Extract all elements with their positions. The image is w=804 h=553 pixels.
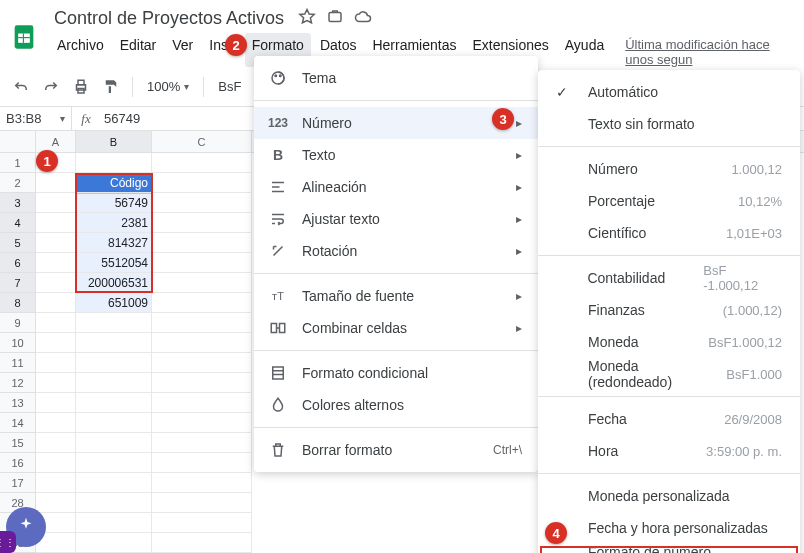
row-16[interactable]: 16 [0, 453, 36, 473]
col-B[interactable]: B [76, 131, 152, 152]
smi-plain[interactable]: Texto sin formato [538, 108, 800, 140]
svg-point-10 [275, 75, 277, 77]
row-9[interactable]: 9 [0, 313, 36, 333]
cell-B3[interactable]: 56749 [76, 193, 152, 213]
currency-button[interactable]: BsF [212, 79, 247, 94]
wrap-icon [268, 210, 288, 228]
smi-numero[interactable]: Número1.000,12 [538, 153, 800, 185]
menu-ayuda[interactable]: Ayuda [558, 33, 611, 67]
theme-icon [268, 69, 288, 87]
fontsize-icon: тT [268, 290, 288, 302]
doc-title[interactable]: Control de Proyectos Activos [50, 6, 288, 31]
mi-condicional[interactable]: Formato condicional [254, 357, 538, 389]
svg-rect-4 [329, 13, 341, 22]
zoom-select[interactable]: 100%▾ [141, 79, 195, 94]
row-15[interactable]: 15 [0, 433, 36, 453]
svg-rect-13 [280, 324, 285, 333]
row-3[interactable]: 3 [0, 193, 36, 213]
row-4[interactable]: 4 [0, 213, 36, 233]
cloud-icon[interactable] [354, 8, 372, 29]
cell-B4[interactable]: 2381 [76, 213, 152, 233]
row-14[interactable]: 14 [0, 413, 36, 433]
callout-1: 1 [36, 150, 58, 172]
mi-combinar[interactable]: Combinar celdas ▸ [254, 312, 538, 344]
row-12[interactable]: 12 [0, 373, 36, 393]
row-8[interactable]: 8 [0, 293, 36, 313]
mi-ajustar[interactable]: Ajustar texto ▸ [254, 203, 538, 235]
smi-hora[interactable]: Hora3:59:00 p. m. [538, 435, 800, 467]
move-icon[interactable] [326, 8, 344, 29]
smi-pct[interactable]: Porcentaje10,12% [538, 185, 800, 217]
smi-cont[interactable]: ContabilidadBsF -1.000,12 [538, 262, 800, 294]
mi-alineacion[interactable]: Alineación ▸ [254, 171, 538, 203]
menu-editar[interactable]: Editar [113, 33, 164, 67]
row-1[interactable]: 1 [0, 153, 36, 173]
corner-cell[interactable] [0, 131, 36, 152]
cell-B8[interactable]: 651009 [76, 293, 152, 313]
smi-monr[interactable]: Moneda (redondeado)BsF1.000 [538, 358, 800, 390]
paintformat-icon[interactable] [98, 74, 124, 100]
svg-rect-14 [273, 367, 284, 379]
row-5[interactable]: 5 [0, 233, 36, 253]
clear-icon [268, 441, 288, 459]
smi-fecha[interactable]: Fecha26/9/2008 [538, 403, 800, 435]
mi-fuente[interactable]: тT Tamaño de fuente ▸ [254, 280, 538, 312]
svg-rect-12 [271, 324, 276, 333]
smi-cnum[interactable]: Formato de número personalizado [538, 544, 800, 553]
smi-fin[interactable]: Finanzas(1.000,12) [538, 294, 800, 326]
menu-ver[interactable]: Ver [165, 33, 200, 67]
title-row: Control de Proyectos Activos [50, 6, 794, 31]
callout-4: 4 [545, 522, 567, 544]
numero-submenu: ✓ Automático Texto sin formato Número1.0… [538, 70, 800, 553]
cell-B5[interactable]: 814327 [76, 233, 152, 253]
smi-mon[interactable]: MonedaBsF1.000,12 [538, 326, 800, 358]
separator [132, 77, 133, 97]
altcolors-icon [268, 396, 288, 414]
number-icon: 123 [268, 116, 288, 130]
mi-tema[interactable]: Tema [254, 62, 538, 94]
smi-cmon[interactable]: Moneda personalizada [538, 480, 800, 512]
row-11[interactable]: 11 [0, 353, 36, 373]
smi-sci[interactable]: Científico1,01E+03 [538, 217, 800, 249]
chevron-right-icon: ▸ [516, 116, 522, 130]
name-box[interactable]: B3:B8▾ [0, 107, 72, 130]
mi-rotacion[interactable]: Rotación ▸ [254, 235, 538, 267]
smi-cdate[interactable]: Fecha y hora personalizadas [538, 512, 800, 544]
smi-auto[interactable]: ✓ Automático [538, 76, 800, 108]
mi-borrar[interactable]: Borrar formato Ctrl+\ [254, 434, 538, 466]
row-17[interactable]: 17 [0, 473, 36, 493]
col-A[interactable]: A [36, 131, 76, 152]
col-C[interactable]: C [152, 131, 252, 152]
callout-3: 3 [492, 108, 514, 130]
svg-rect-3 [23, 33, 24, 42]
redo-icon[interactable] [38, 74, 64, 100]
row-6[interactable]: 6 [0, 253, 36, 273]
menu-archivo[interactable]: Archivo [50, 33, 111, 67]
cell-B2[interactable]: Código [76, 173, 152, 193]
undo-icon[interactable] [8, 74, 34, 100]
check-icon: ✓ [556, 84, 574, 100]
callout-2: 2 [225, 34, 247, 56]
row-2[interactable]: 2 [0, 173, 36, 193]
grid-toggle-icon[interactable]: ⋮⋮ [0, 531, 16, 553]
fx-icon[interactable]: fx [72, 111, 100, 127]
align-icon [268, 178, 288, 196]
cell-B6[interactable]: 5512054 [76, 253, 152, 273]
last-edit-link[interactable]: Última modificación hace unos segun [625, 33, 794, 67]
row-10[interactable]: 10 [0, 333, 36, 353]
row-13[interactable]: 13 [0, 393, 36, 413]
bold-icon: B [268, 147, 288, 163]
mi-colores[interactable]: Colores alternos [254, 389, 538, 421]
svg-point-11 [280, 75, 282, 77]
cell-B7[interactable]: 200006531 [76, 273, 152, 293]
svg-rect-8 [109, 86, 111, 93]
svg-rect-6 [78, 80, 84, 85]
star-icon[interactable] [298, 8, 316, 29]
print-icon[interactable] [68, 74, 94, 100]
row-7[interactable]: 7 [0, 273, 36, 293]
mi-texto[interactable]: B Texto ▸ [254, 139, 538, 171]
sheets-logo[interactable] [6, 19, 42, 55]
merge-icon [268, 319, 288, 337]
conditional-icon [268, 364, 288, 382]
separator [203, 77, 204, 97]
